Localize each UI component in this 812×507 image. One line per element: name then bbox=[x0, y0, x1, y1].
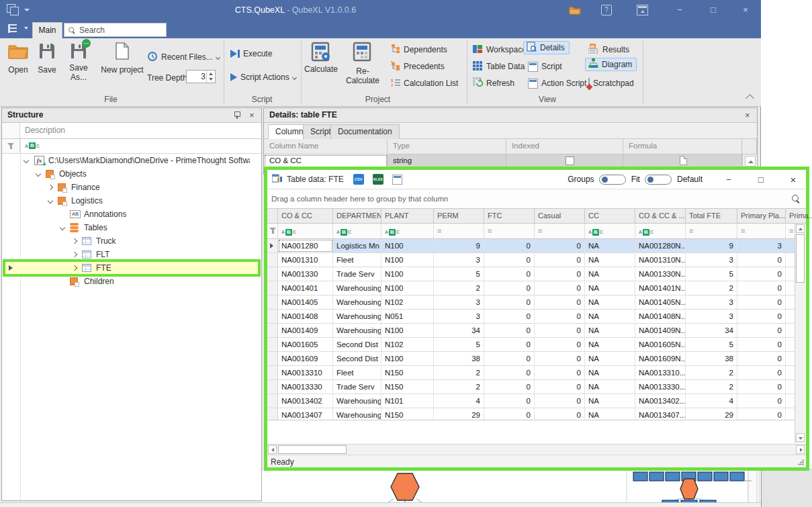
chevron-down-icon[interactable] bbox=[36, 171, 41, 177]
scroll-left-icon[interactable] bbox=[268, 445, 277, 454]
filter-cell[interactable]: ABC bbox=[635, 224, 686, 238]
groups-toggle[interactable] bbox=[599, 175, 626, 185]
tree-item-annotations[interactable]: AB Annotations bbox=[2, 208, 261, 221]
cell[interactable]: NA bbox=[585, 281, 635, 295]
tab-main[interactable]: Main bbox=[32, 22, 62, 38]
chevron-right-icon[interactable] bbox=[72, 265, 77, 271]
cell[interactable]: 0 bbox=[535, 267, 585, 281]
column-header[interactable]: Indexed bbox=[506, 139, 623, 154]
cell[interactable]: 3 bbox=[434, 295, 484, 309]
cell[interactable]: NA001310N... bbox=[635, 253, 686, 267]
cell[interactable]: Second Dist bbox=[333, 338, 381, 351]
execute-button[interactable]: Execute bbox=[230, 47, 272, 60]
cell[interactable]: NA001401N... bbox=[635, 281, 686, 295]
table-row[interactable]: NA001408 Warehousing N051 3 0 0 NA NA001… bbox=[267, 310, 795, 324]
cell[interactable]: 0 bbox=[737, 338, 786, 351]
copy-script-icon[interactable] bbox=[392, 175, 402, 185]
results-button[interactable]: ab Results bbox=[588, 43, 629, 56]
scrollbar-thumb[interactable] bbox=[278, 445, 347, 454]
cell[interactable]: 5 bbox=[686, 267, 737, 281]
column-header[interactable]: Total FTE bbox=[686, 209, 737, 223]
cell[interactable]: 0 bbox=[535, 394, 585, 408]
description-header[interactable]: Description bbox=[25, 126, 65, 135]
tree-item-finance[interactable]: Finance bbox=[2, 181, 261, 194]
cell[interactable]: 0 bbox=[484, 380, 535, 394]
cell[interactable]: 0 bbox=[535, 239, 585, 252]
tree-item-flt[interactable]: FLT bbox=[2, 248, 261, 261]
column-header[interactable]: CC bbox=[585, 209, 635, 223]
column-header[interactable]: Formula bbox=[623, 139, 742, 154]
cell[interactable]: N100 bbox=[381, 281, 434, 295]
chevron-down-icon[interactable] bbox=[24, 158, 29, 163]
cell[interactable]: Warehousing bbox=[333, 281, 381, 295]
filter-cell[interactable]: ABC bbox=[333, 224, 381, 238]
table-row[interactable]: NA001310 Fleet N100 3 0 0 NA NA001310N..… bbox=[267, 253, 795, 267]
table-data-button[interactable]: Table Data bbox=[473, 60, 525, 73]
cell[interactable]: Fleet bbox=[333, 253, 381, 267]
tree-item-root[interactable]: fx C:\Users\MarkDiamond\OneDrive - Prime… bbox=[2, 154, 261, 167]
table-row[interactable]: NA0013402 Warehousing N101 4 0 0 NA NA00… bbox=[267, 394, 795, 408]
ribbon-menu-icon[interactable] bbox=[7, 23, 28, 36]
minimize-button[interactable]: − bbox=[668, 0, 691, 20]
tree-item-objects[interactable]: Objects bbox=[2, 167, 261, 181]
filter-cell[interactable]: ABC bbox=[278, 224, 333, 238]
cell[interactable]: 0 bbox=[737, 267, 786, 281]
cell[interactable]: 0 bbox=[484, 239, 535, 252]
column-header[interactable]: CO & CC bbox=[278, 209, 333, 223]
column-header[interactable]: Column Name bbox=[264, 139, 388, 154]
scrollbar-thumb[interactable] bbox=[796, 234, 805, 283]
cell[interactable]: 0 bbox=[737, 394, 786, 408]
cell[interactable]: 0 bbox=[737, 295, 786, 309]
cell[interactable]: NA001408 bbox=[278, 310, 333, 323]
cell[interactable]: NA001280 bbox=[278, 239, 333, 252]
table-row[interactable]: NA0013407 Warehousing N150 29 0 0 NA NA0… bbox=[267, 408, 795, 420]
group-by-area[interactable]: Drag a column header here to group by th… bbox=[267, 189, 806, 209]
cell[interactable]: 34 bbox=[434, 324, 484, 337]
cell[interactable]: NA001405N... bbox=[635, 295, 686, 309]
cell[interactable]: Warehousing bbox=[333, 310, 381, 323]
cell[interactable]: 3 bbox=[686, 295, 737, 309]
chevron-right-icon[interactable] bbox=[72, 252, 77, 257]
cell[interactable]: NA001405 bbox=[278, 295, 333, 309]
dependents-button[interactable]: Dependents bbox=[391, 43, 447, 56]
cell[interactable]: 0 bbox=[535, 352, 585, 365]
tree-item-truck[interactable]: Truck bbox=[2, 234, 261, 248]
table-row[interactable]: NA001609 Second Dist N100 38 0 0 NA NA00… bbox=[267, 352, 795, 366]
cell[interactable]: 0 bbox=[737, 310, 786, 323]
cell[interactable]: Logistics Mn bbox=[333, 239, 381, 252]
filter-cell[interactable]: = bbox=[686, 224, 737, 238]
cell[interactable]: 2 bbox=[686, 281, 737, 295]
structure-column-header[interactable]: Description bbox=[2, 123, 261, 139]
cell[interactable]: N100 bbox=[381, 253, 434, 267]
cell[interactable]: 0 bbox=[535, 338, 585, 351]
cell[interactable]: 0 bbox=[535, 324, 585, 337]
diagram-canvas[interactable] bbox=[262, 471, 761, 502]
close-button[interactable]: × bbox=[734, 0, 757, 20]
cell[interactable]: NA001605 bbox=[278, 338, 333, 351]
save-button[interactable]: Save bbox=[34, 40, 60, 75]
cell[interactable]: Warehousing bbox=[333, 324, 381, 337]
vertical-scrollbar[interactable] bbox=[795, 224, 805, 443]
cell[interactable]: NA0013310... bbox=[635, 366, 686, 379]
cell[interactable]: N100 bbox=[381, 352, 434, 365]
cell[interactable]: Warehousing bbox=[333, 408, 381, 420]
filter-cell[interactable]: = bbox=[535, 224, 585, 238]
scratchpad-button[interactable]: Scratchpad bbox=[588, 77, 634, 90]
scroll-right-icon[interactable] bbox=[796, 445, 805, 454]
column-header[interactable]: CO & CC & ... bbox=[635, 209, 686, 223]
cell[interactable]: 9 bbox=[686, 239, 737, 252]
cell[interactable]: NA bbox=[585, 366, 635, 379]
table-row[interactable]: NA0013310 Fleet N150 2 0 0 NA NA0013310.… bbox=[267, 366, 795, 380]
recent-files-button[interactable]: Recent Files... bbox=[147, 50, 220, 64]
indexed-cell[interactable] bbox=[506, 154, 623, 168]
cell[interactable]: 0 bbox=[535, 366, 585, 379]
save-as-button[interactable]: ··· Save As... bbox=[60, 40, 97, 82]
cell[interactable]: NA0013407 bbox=[278, 408, 333, 420]
cell[interactable]: 3 bbox=[686, 253, 737, 267]
resize-grip-icon[interactable] bbox=[798, 459, 804, 465]
cell[interactable]: NA001330N... bbox=[635, 267, 686, 281]
search-input[interactable] bbox=[79, 24, 163, 36]
cell[interactable]: N150 bbox=[381, 408, 434, 420]
cell[interactable]: 0 bbox=[535, 310, 585, 323]
new-project-button[interactable]: New project bbox=[101, 40, 144, 75]
